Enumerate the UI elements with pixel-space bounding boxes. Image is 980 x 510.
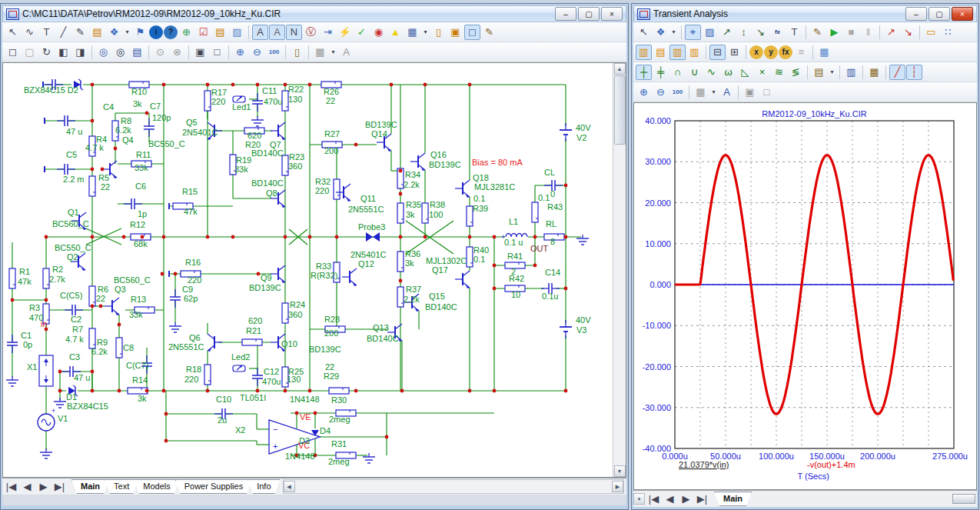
select-tool-icon[interactable]: ↖	[636, 25, 652, 40]
sheet-tab-text[interactable]: Text	[105, 479, 138, 494]
bring-front-icon[interactable]: ▣	[192, 45, 208, 60]
minimize-button[interactable]: –	[555, 7, 576, 21]
text-mode-icon[interactable]: T	[38, 25, 55, 40]
point-tag-icon[interactable]: ↗	[719, 25, 735, 40]
cursor-table-icon[interactable]: ▦	[816, 45, 832, 60]
zoom-y-icon[interactable]: y	[764, 45, 778, 59]
help-mode-icon[interactable]: ?	[164, 25, 178, 39]
peak-box-icon[interactable]: ▭	[923, 25, 939, 40]
page-icon[interactable]: ▯	[289, 45, 305, 60]
zoom-100-icon[interactable]: 100	[669, 85, 686, 100]
next-page-button[interactable]: ▶	[35, 479, 51, 495]
next-fall-icon[interactable]: ↘	[900, 25, 916, 40]
minimize-button[interactable]: –	[905, 7, 927, 21]
show-grid-text-icon[interactable]: A	[269, 25, 285, 40]
horizontal-cursor-icon[interactable]: ⊟	[709, 45, 726, 60]
properties-icon[interactable]: ✎	[481, 25, 497, 40]
run-button[interactable]: ▶	[826, 25, 842, 40]
line-mode-icon[interactable]: ╱	[55, 25, 71, 40]
zoom-out-icon[interactable]: ⊖	[653, 85, 669, 100]
maximize-button[interactable]: ▢	[578, 7, 600, 21]
show-condition-icon[interactable]: ✓	[354, 25, 370, 40]
schematic-titlebar[interactable]: C:\MC11\DATA\Petrov\RM2012-09\RM2012-09_…	[2, 5, 626, 22]
link-mode-icon[interactable]: ⊕	[178, 25, 194, 40]
low-icon[interactable]: ω	[720, 65, 736, 80]
prev-plot-button[interactable]: ◀	[662, 492, 678, 507]
three-plot-icon[interactable]: ▥	[686, 45, 703, 60]
scale-mode-icon[interactable]: ⌖	[685, 25, 701, 40]
find-next-icon[interactable]: ◎	[112, 45, 128, 60]
output-doc-icon[interactable]: ▥	[843, 65, 859, 80]
transient-titlebar[interactable]: Transient Analysis – ▢ ×	[633, 5, 977, 22]
schematic-canvas[interactable]: ++−+BZX84C15 D2C447 uR44.7 kC52.2 mR522R…	[3, 63, 613, 477]
zoom-out-icon[interactable]: ⊖	[249, 45, 265, 60]
vertical-mode-icon[interactable]: ┆	[906, 65, 922, 80]
formula-text-icon[interactable]: fx	[769, 25, 786, 40]
transient-plot-area[interactable]: RM2012-09_10kHz_Ku.CIR40.00030.00020.000…	[633, 102, 977, 490]
grid-options-icon[interactable]: ▦	[312, 45, 328, 60]
data-points-icon[interactable]: ∷	[940, 25, 956, 40]
info-mode-icon[interactable]: i	[149, 25, 163, 39]
hscroll-right-button[interactable]: ▶	[612, 481, 623, 492]
component-icon[interactable]: ❖	[653, 25, 669, 40]
tile-icon[interactable]: □	[759, 85, 775, 100]
plot-pages-icon[interactable]: ▤	[653, 45, 669, 60]
sheet-tab-main[interactable]: Main	[71, 479, 109, 494]
cursor-peak-icon[interactable]: ╪	[653, 65, 669, 80]
stop-icon[interactable]: ⊗	[169, 45, 185, 60]
scroll-up-button[interactable]: ▲	[614, 63, 626, 75]
pause-button[interactable]: ‖	[860, 25, 876, 40]
schematic-vscrollbar[interactable]: ▲ ▼	[613, 63, 626, 477]
grid-dropdown-icon[interactable]: ▾	[709, 85, 718, 100]
font-icon[interactable]: A	[719, 85, 735, 100]
wire-mode-icon[interactable]: ∿	[22, 25, 38, 40]
grid-options-icon[interactable]: ▦	[693, 85, 709, 100]
select-region-icon[interactable]: ◻	[5, 45, 21, 60]
zoom-off-icon[interactable]: ≡	[793, 45, 809, 60]
zoom-x-icon[interactable]: x	[749, 45, 763, 59]
crossing-icon[interactable]: ×	[754, 65, 770, 80]
sheet-tab-models[interactable]: Models	[134, 479, 179, 494]
waveform-all-icon[interactable]: ≶	[788, 65, 804, 80]
find-icon[interactable]: ◎	[95, 45, 111, 60]
maximize-button[interactable]: ▢	[929, 7, 950, 21]
bus-icon[interactable]: ▤	[89, 25, 105, 40]
hscroll-track[interactable]	[295, 481, 612, 492]
region-box-icon[interactable]: ▢	[22, 45, 38, 60]
clipboard-dropdown-icon[interactable]: ▾	[828, 65, 836, 80]
next-plot-button[interactable]: ▶	[678, 492, 694, 507]
cascade-icon[interactable]: ▣	[742, 85, 758, 100]
show-attribute-text-icon[interactable]: A	[252, 25, 268, 40]
plot-dropdown-button[interactable]: ▾	[633, 493, 645, 505]
valley-icon[interactable]: ∪	[686, 65, 703, 80]
flip-vertical-icon[interactable]: ◨	[72, 45, 88, 60]
next-rise-icon[interactable]: ↗	[883, 25, 899, 40]
show-node-numbers-icon[interactable]: N	[286, 25, 302, 40]
show-node-voltages-icon[interactable]: Ⓥ	[303, 25, 319, 40]
last-plot-button[interactable]: ▶|	[694, 492, 710, 507]
resize-grip[interactable]	[952, 494, 975, 504]
vscroll-thumb[interactable]	[614, 75, 626, 145]
schematic-hscrollbar[interactable]: ◀ ▶	[283, 479, 624, 494]
high-icon[interactable]: ∿	[703, 65, 719, 80]
sheet-tab-power-supplies[interactable]: Power Supplies	[175, 479, 252, 494]
grid-icon[interactable]: ▦	[404, 25, 420, 40]
hscroll-left-button[interactable]: ◀	[284, 481, 295, 492]
graphics-mode-icon[interactable]: ✎	[72, 25, 88, 40]
show-pin-connections-icon[interactable]: ◉	[370, 25, 387, 40]
cursor-select-icon[interactable]: ⊞	[726, 45, 742, 60]
text-mode-icon[interactable]: T	[786, 25, 802, 40]
title-block-icon[interactable]: ▣	[447, 25, 463, 40]
last-page-button[interactable]: ▶|	[51, 479, 68, 495]
first-plot-button[interactable]: |◀	[646, 492, 662, 507]
probe-setup-icon[interactable]: ▨	[229, 25, 245, 40]
send-back-icon[interactable]: □	[209, 45, 225, 60]
sheet-tab-info[interactable]: Info	[247, 479, 280, 494]
clipboard-icon[interactable]: ▤	[811, 65, 827, 80]
flip-horizontal-icon[interactable]: ◧	[55, 45, 71, 60]
numeric-output-icon[interactable]: ▦	[866, 65, 882, 80]
model-check-icon[interactable]: ☑	[195, 25, 211, 40]
step-icon[interactable]: ⊙	[152, 45, 168, 60]
single-plot-icon[interactable]: ▥	[636, 45, 652, 60]
zoom-in-icon[interactable]: ⊕	[232, 45, 248, 60]
